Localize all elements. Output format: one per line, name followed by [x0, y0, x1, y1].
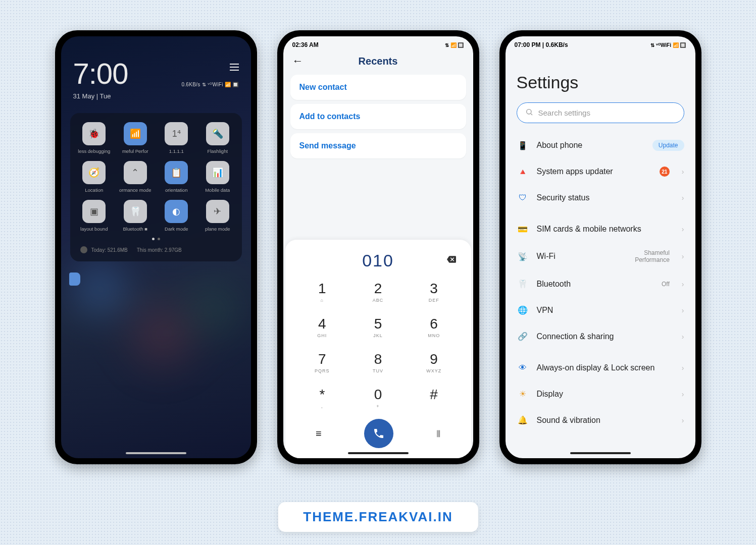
action-card[interactable]: New contact	[290, 75, 466, 100]
tile-icon: ✈	[206, 200, 229, 223]
row-label: SIM cards & mobile networks	[537, 225, 670, 234]
row-icon: 👁	[517, 362, 529, 374]
count-badge: 21	[660, 167, 670, 177]
row-icon: 🛡	[517, 192, 529, 204]
tile-icon: ◐	[165, 200, 188, 223]
row-icon: 🔔	[517, 414, 529, 426]
row-label: Display	[537, 390, 670, 399]
search-icon	[525, 108, 533, 118]
dialpad-key[interactable]: 6MNO	[406, 311, 462, 343]
row-value: ShamefulPerformance	[635, 249, 670, 264]
row-label: System apps updater	[537, 167, 651, 176]
settings-row[interactable]: 📡Wi-FiShamefulPerformance›	[506, 242, 695, 271]
settings-row[interactable]: ☀Display›	[506, 381, 695, 407]
watermark: THEME.FREAKVAI.IN	[278, 502, 478, 532]
qs-tile[interactable]: ✈plane mode	[198, 200, 237, 232]
settings-row[interactable]: 🌐VPN›	[506, 297, 695, 323]
qs-tile[interactable]: ⌃ormance mode	[116, 161, 155, 193]
search-input[interactable]: Search settings	[517, 102, 684, 123]
statusbar-icons: ⇅ 📶 🔲	[445, 42, 464, 48]
qs-tile[interactable]: 📋orientation	[158, 161, 196, 193]
qs-tile[interactable]: 📊Mobile data	[198, 161, 237, 193]
tile-icon: 🦷	[124, 200, 147, 223]
dialpad-key[interactable]: 3DEF	[406, 276, 462, 308]
row-label: VPN	[537, 306, 670, 315]
settings-row[interactable]: 🦷BluetoothOff›	[506, 271, 695, 297]
settings-row[interactable]: 🛡Security status›	[506, 185, 695, 211]
tile-label: meful Perfor	[122, 148, 148, 154]
sim-switch-button[interactable]: ⦀	[436, 428, 440, 440]
phone-quick-settings: 7:00 31 May | Tue 0.6KB/s ⇅ ᵛᴼWiFi 📶 🔲 🐞…	[55, 30, 257, 464]
chevron-right-icon: ›	[682, 280, 684, 288]
quick-settings-panel: 🐞less debugging📶meful Perfor1⁴1.1.1.1🔦Fl…	[70, 113, 242, 261]
qs-tile[interactable]: 🧭Location	[75, 161, 114, 193]
qs-tile[interactable]: 🦷Bluetooth ■	[116, 200, 155, 232]
settings-row[interactable]: 🔗Connection & sharing›	[506, 323, 695, 350]
row-label: Connection & sharing	[537, 332, 670, 341]
data-usage[interactable]: Today: 521.6MB This month: 2.97GB	[75, 243, 237, 256]
dialpad-key[interactable]: 8TUV	[350, 346, 406, 378]
settings-row[interactable]: 🔺System apps updater21›	[506, 158, 695, 185]
call-button[interactable]	[364, 419, 393, 448]
tile-label: Location	[85, 187, 103, 193]
chevron-right-icon: ›	[682, 306, 684, 314]
settings-row[interactable]: 🔔Sound & vibration›	[506, 407, 695, 433]
chevron-right-icon: ›	[682, 390, 684, 398]
tile-icon: 🔦	[206, 122, 229, 145]
action-card[interactable]: Send message	[290, 133, 466, 158]
qs-tile[interactable]: ▣layout bound	[75, 200, 114, 232]
tile-icon: ▣	[82, 200, 106, 223]
qs-tile[interactable]: ◐Dark mode	[158, 200, 196, 232]
settings-row[interactable]: 💳SIM cards & mobile networks›	[506, 216, 695, 242]
tile-icon: 📶	[124, 122, 147, 145]
menu-icon[interactable]	[230, 64, 239, 71]
dialpad-key[interactable]: 1⌂	[294, 276, 350, 308]
row-icon: 💳	[517, 223, 529, 235]
row-value: Off	[662, 281, 670, 288]
home-indicator[interactable]	[348, 452, 409, 454]
qs-tile[interactable]: 📶meful Perfor	[116, 122, 155, 154]
date: 31 May | Tue	[73, 92, 239, 100]
dialed-number: 010	[362, 251, 394, 270]
backspace-icon[interactable]	[447, 255, 456, 266]
tile-label: plane mode	[205, 226, 230, 232]
settings-row[interactable]: 👁Always-on display & Lock screen›	[506, 355, 695, 381]
settings-row[interactable]: 📱About phoneUpdate	[506, 132, 695, 158]
page-dots[interactable]	[75, 238, 237, 240]
status-indicators: 0.6KB/s ⇅ ᵛᴼWiFi 📶 🔲	[181, 82, 238, 87]
dialpad-key[interactable]: 9WXYZ	[406, 346, 462, 378]
qs-tile[interactable]: 🐞less debugging	[75, 122, 114, 154]
action-card[interactable]: Add to contacts	[290, 104, 466, 129]
tile-label: layout bound	[80, 226, 108, 232]
row-label: Bluetooth	[537, 280, 654, 289]
page-title: Recents	[292, 56, 464, 67]
row-label: Security status	[537, 193, 670, 202]
row-label: Always-on display & Lock screen	[537, 363, 670, 372]
statusbar-time: 02:36 AM	[292, 41, 319, 48]
tile-icon: ⌃	[124, 161, 147, 184]
dialpad-key[interactable]: *,	[294, 382, 350, 414]
phone-settings: 07:00 PM | 0.6KB/s ⇅ ᵛᴼWiFi 📶 🔲 Settings…	[499, 30, 701, 464]
tile-icon: 📊	[206, 161, 229, 184]
dialpad-key[interactable]: 5JKL	[350, 311, 406, 343]
dialpad-key[interactable]: 2ABC	[350, 276, 406, 308]
tile-icon: 1⁴	[165, 122, 188, 145]
row-label: About phone	[537, 141, 644, 150]
statusbar-time: 07:00 PM | 0.6KB/s	[515, 41, 568, 48]
home-indicator[interactable]	[126, 452, 186, 454]
dialpad-key[interactable]: 0+	[350, 382, 406, 414]
qs-tile[interactable]: 1⁴1.1.1.1	[158, 122, 196, 154]
dialpad-key[interactable]: 4GHI	[294, 311, 350, 343]
tile-label: 1.1.1.1	[169, 148, 184, 154]
row-icon: ☀	[517, 388, 529, 400]
tile-label: Mobile data	[205, 187, 230, 193]
home-indicator[interactable]	[570, 452, 631, 454]
dialpad-key[interactable]: #	[406, 382, 462, 414]
chevron-right-icon: ›	[682, 333, 684, 341]
menu-button[interactable]: ≡	[316, 428, 322, 440]
tile-label: Flashlight	[207, 148, 228, 154]
sidebar-chip[interactable]	[69, 272, 80, 286]
qs-tile[interactable]: 🔦Flashlight	[198, 122, 237, 154]
dialpad-key[interactable]: 7PQRS	[294, 346, 350, 378]
chevron-right-icon: ›	[682, 416, 684, 424]
